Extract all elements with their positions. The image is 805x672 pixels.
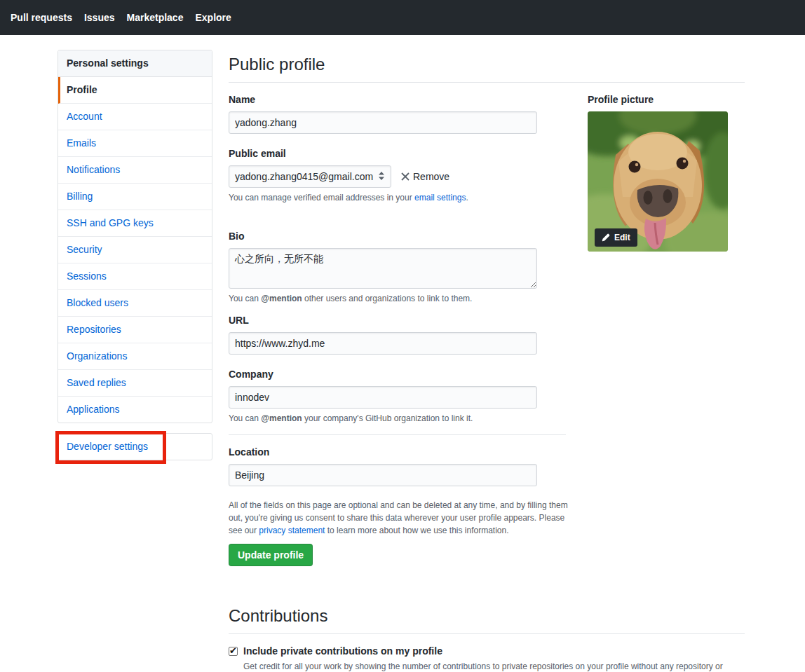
url-input[interactable] [229, 332, 537, 355]
private-contributions-checkbox[interactable]: ✔ [229, 647, 238, 656]
main-content: Public profile Name Public email yadong.… [229, 50, 745, 672]
sidebar-item-profile[interactable]: Profile [58, 77, 212, 104]
public-email-label: Public email [229, 148, 566, 160]
sidebar-item-repositories[interactable]: Repositories [58, 317, 212, 343]
sidebar-item-account[interactable]: Account [58, 104, 212, 130]
sidebar-header: Personal settings [58, 50, 212, 77]
sidebar-item-billing[interactable]: Billing [58, 184, 212, 210]
email-help-text: You can manage verified email addresses … [229, 192, 566, 204]
remove-email-button[interactable]: Remove [401, 171, 449, 182]
contributions-section: Contributions ✔ Include private contribu… [229, 605, 745, 672]
sidebar-item-notifications[interactable]: Notifications [58, 157, 212, 184]
nav-marketplace[interactable]: Marketplace [127, 12, 184, 23]
developer-settings-box: Developer settings [58, 433, 212, 460]
edit-avatar-label: Edit [614, 233, 630, 242]
select-updown-icon [378, 171, 385, 183]
nav-issues[interactable]: Issues [84, 12, 115, 23]
company-help-text: You can @mention your company's GitHub o… [229, 413, 566, 425]
location-label: Location [229, 446, 566, 458]
personal-settings-menu: Personal settings Profile Account Emails… [58, 50, 212, 423]
update-profile-button[interactable]: Update profile [229, 544, 313, 566]
sidebar-item-organizations[interactable]: Organizations [58, 343, 212, 370]
company-group: Company You can @mention your company's … [229, 369, 566, 425]
sidebar-item-applications[interactable]: Applications [58, 397, 212, 423]
email-settings-link[interactable]: email settings [414, 193, 466, 203]
company-label: Company [229, 369, 566, 380]
name-group: Name [229, 94, 566, 134]
url-label: URL [229, 315, 566, 327]
page-container: Personal settings Profile Account Emails… [58, 35, 745, 672]
sidebar-item-saved-replies[interactable]: Saved replies [58, 370, 212, 397]
public-email-selected-value: yadong.zhang0415@gmail.com [235, 171, 373, 182]
private-contributions-label[interactable]: Include private contributions on my prof… [243, 645, 723, 657]
bio-group: Bio 心之所向，无所不能 You can @mention other use… [229, 231, 566, 305]
avatar-image[interactable]: Edit [588, 111, 728, 252]
name-input[interactable] [229, 111, 537, 134]
url-group: URL [229, 315, 566, 355]
sidebar-item-blocked-users[interactable]: Blocked users [58, 290, 212, 317]
name-label: Name [229, 94, 566, 106]
private-contributions-description: Get credit for all your work by showing … [243, 661, 723, 672]
pencil-icon [602, 233, 610, 242]
bio-label: Bio [229, 231, 566, 242]
page-title: Public profile [229, 50, 745, 83]
x-icon [401, 172, 410, 181]
sidebar-item-developer-settings[interactable]: Developer settings [58, 434, 212, 460]
public-email-select[interactable]: yadong.zhang0415@gmail.com [229, 165, 391, 188]
sidebar-item-ssh-gpg-keys[interactable]: SSH and GPG keys [58, 210, 212, 237]
remove-email-label: Remove [413, 171, 449, 182]
nav-explore[interactable]: Explore [195, 12, 231, 23]
nav-pull-requests[interactable]: Pull requests [11, 12, 72, 23]
privacy-note: All of the fields on this page are optio… [229, 499, 574, 537]
sidebar-item-sessions[interactable]: Sessions [58, 263, 212, 290]
form-divider [229, 434, 566, 435]
contributions-title: Contributions [229, 605, 745, 634]
location-group: Location [229, 446, 566, 486]
location-input[interactable] [229, 464, 537, 486]
sidebar-item-security[interactable]: Security [58, 237, 212, 263]
privacy-statement-link[interactable]: privacy statement [259, 526, 325, 535]
top-navbar: Pull requests Issues Marketplace Explore [0, 0, 805, 35]
sidebar-item-emails[interactable]: Emails [58, 130, 212, 157]
settings-sidebar: Personal settings Profile Account Emails… [58, 50, 212, 460]
profile-form: Name Public email yadong.zhang0415@gmail… [229, 94, 566, 566]
profile-picture-section: Profile picture [588, 94, 728, 252]
edit-avatar-button[interactable]: Edit [595, 228, 637, 247]
check-icon: ✔ [229, 645, 237, 656]
public-email-group: Public email yadong.zhang0415@gmail.com … [229, 148, 566, 204]
bio-help-text: You can @mention other users and organiz… [229, 293, 566, 305]
company-input[interactable] [229, 386, 537, 409]
profile-picture-label: Profile picture [588, 94, 728, 106]
bio-textarea[interactable]: 心之所向，无所不能 [229, 248, 537, 289]
